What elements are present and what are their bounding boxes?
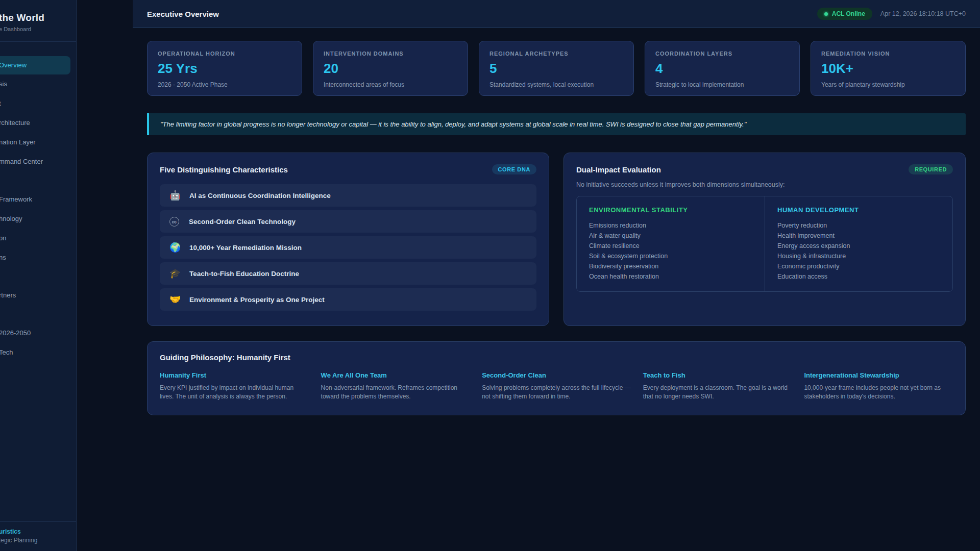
- graduation-cap-icon: 🎓: [169, 268, 180, 279]
- handshake-icon: 🤝: [169, 294, 180, 305]
- mission-quote: "The limiting factor in global progress …: [147, 113, 966, 135]
- list-item: Education access: [777, 271, 940, 282]
- list-item: Energy access expansion: [777, 241, 940, 251]
- stat-sub: Interconnected areas of focus: [324, 81, 457, 88]
- top-header: Executive Overview ACL Online Apr 12, 20…: [133, 0, 980, 28]
- philosophy-column-body: Every KPI justified by impact on individ…: [160, 384, 309, 400]
- stat-card-regional-archetypes: REGIONAL ARCHETYPES 5 Standardized syste…: [479, 41, 634, 96]
- content: OPERATIONAL HORIZON 25 Yrs 2026 - 2050 A…: [133, 28, 980, 428]
- sidebar-item-overview[interactable]: Overview: [0, 56, 70, 74]
- human-column: HUMAN DEVELOPMENT Poverty reduction Heal…: [765, 196, 952, 291]
- sidebar-item-11[interactable]: 2026-2050: [0, 323, 76, 343]
- header-timestamp: Apr 12, 2026 18:10:18 UTC+0: [880, 10, 966, 17]
- sidebar-item-12[interactable]: Tech: [0, 343, 76, 362]
- stat-sub: 2026 - 2050 Active Phase: [158, 81, 291, 88]
- stat-sub: Strategic to local implementation: [655, 81, 789, 88]
- list-item: Emissions reduction: [589, 220, 752, 231]
- stat-value: 5: [489, 61, 623, 77]
- sidebar-footer: uristics tegic Planning: [0, 521, 76, 551]
- page-title: Executive Overview: [147, 10, 219, 18]
- panels-row: Five Distinguishing Characteristics CORE…: [147, 153, 966, 326]
- sidebar-item-2[interactable]: t: [0, 94, 76, 113]
- characteristics-title: Five Distinguishing Characteristics: [160, 165, 288, 174]
- stat-label: REGIONAL ARCHETYPES: [489, 51, 623, 57]
- philosophy-column-stewardship: Intergenerational Stewardship 10,000-yea…: [804, 371, 953, 400]
- app-subtitle: e Dashboard: [0, 26, 76, 32]
- philosophy-column-body: 10,000-year frame includes people not ye…: [804, 384, 953, 400]
- stat-card-remediation-vision: REMEDIATION VISION 10K+ Years of planeta…: [811, 41, 966, 96]
- sidebar-footer-title: uristics: [0, 528, 76, 535]
- app-title: the World: [0, 12, 76, 23]
- list-item: Air & water quality: [589, 231, 752, 241]
- philosophy-column-body: Every deployment is a classroom. The goa…: [643, 384, 792, 400]
- stat-value: 4: [655, 61, 789, 77]
- philosophy-column-one-team: We Are All One Team Non-adversarial fram…: [321, 371, 470, 400]
- sidebar-item-3[interactable]: rchitecture: [0, 113, 76, 133]
- robot-icon: 🤖: [169, 190, 180, 201]
- dual-impact-title: Dual-Impact Evaluation: [576, 165, 661, 174]
- sidebar-divider: [0, 41, 76, 42]
- philosophy-column-title: Teach to Fish: [643, 371, 792, 379]
- infinity-icon: ∞: [169, 217, 179, 227]
- stat-sub: Years of planetary stewardship: [821, 81, 955, 88]
- philosophy-column-title: Intergenerational Stewardship: [804, 371, 953, 379]
- core-dna-badge: CORE DNA: [492, 164, 536, 174]
- dual-impact-panel: Dual-Impact Evaluation REQUIRED No initi…: [564, 153, 966, 326]
- philosophy-column-humanity-first: Humanity First Every KPI justified by im…: [160, 371, 309, 400]
- dual-impact-columns: ENVIRONMENTAL STABILITY Emissions reduct…: [576, 196, 953, 292]
- philosophy-title: Guiding Philosophy: Humanity First: [160, 353, 953, 362]
- characteristic-label: Environment & Prosperity as One Project: [189, 296, 325, 304]
- stat-card-intervention-domains: INTERVENTION DOMAINS 20 Interconnected a…: [313, 41, 468, 96]
- human-column-title: HUMAN DEVELOPMENT: [777, 206, 940, 214]
- stat-sub: Standardized systems, local execution: [489, 81, 623, 88]
- characteristic-label: 10,000+ Year Remediation Mission: [189, 244, 302, 252]
- sidebar-item-10[interactable]: rtners: [0, 286, 76, 305]
- characteristics-list: 🤖 AI as Continuous Coordination Intellig…: [160, 184, 536, 311]
- sidebar-item-4[interactable]: nation Layer: [0, 133, 76, 152]
- philosophy-column-body: Non-adversarial framework. Reframes comp…: [321, 384, 470, 400]
- characteristics-panel: Five Distinguishing Characteristics CORE…: [147, 153, 549, 326]
- sidebar-footer-subtitle: tegic Planning: [0, 537, 76, 544]
- characteristic-label: AI as Continuous Coordination Intelligen…: [189, 192, 331, 199]
- stat-label: OPERATIONAL HORIZON: [158, 51, 291, 57]
- environmental-items: Emissions reduction Air & water quality …: [589, 220, 752, 282]
- list-item: Economic productivity: [777, 261, 940, 271]
- stat-label: INTERVENTION DOMAINS: [324, 51, 457, 57]
- list-item: Health improvement: [777, 231, 940, 241]
- characteristic-label: Second-Order Clean Technology: [189, 218, 296, 226]
- philosophy-column-title: We Are All One Team: [321, 371, 470, 379]
- sidebar-item-6[interactable]: Framework: [0, 190, 76, 209]
- header-right: ACL Online Apr 12, 2026 18:10:18 UTC+0: [817, 8, 966, 20]
- environmental-column: ENVIRONMENTAL STABILITY Emissions reduct…: [577, 196, 765, 291]
- sidebar-item-8[interactable]: on: [0, 229, 76, 248]
- sidebar-nav: Overview sis t rchitecture nation Layer …: [0, 56, 76, 362]
- philosophy-column-title: Second-Order Clean: [482, 371, 631, 379]
- list-item: 🤖 AI as Continuous Coordination Intellig…: [160, 184, 536, 207]
- philosophy-column-teach-to-fish: Teach to Fish Every deployment is a clas…: [643, 371, 792, 400]
- stat-card-coordination-layers: COORDINATION LAYERS 4 Strategic to local…: [645, 41, 800, 96]
- philosophy-column-title: Humanity First: [160, 371, 309, 379]
- human-items: Poverty reduction Health improvement Ene…: [777, 220, 940, 282]
- sidebar-item-9[interactable]: ns: [0, 248, 76, 267]
- list-item: Poverty reduction: [777, 220, 940, 231]
- stat-card-operational-horizon: OPERATIONAL HORIZON 25 Yrs 2026 - 2050 A…: [147, 41, 302, 96]
- sidebar-item-7[interactable]: hnology: [0, 209, 76, 229]
- sidebar-item-5[interactable]: mmand Center: [0, 152, 76, 171]
- philosophy-column-body: Solving problems completely across the f…: [482, 384, 631, 400]
- list-item: Biodiversity preservation: [589, 261, 752, 271]
- sidebar-item-1[interactable]: sis: [0, 74, 76, 94]
- dual-impact-panel-header: Dual-Impact Evaluation REQUIRED: [576, 164, 953, 174]
- status-label: ACL Online: [832, 10, 865, 17]
- list-item: Ocean health restoration: [589, 271, 752, 282]
- philosophy-column-second-order: Second-Order Clean Solving problems comp…: [482, 371, 631, 400]
- stat-value: 10K+: [821, 61, 955, 77]
- sidebar: the World e Dashboard Overview sis t rch…: [0, 0, 77, 551]
- stat-value: 25 Yrs: [158, 61, 291, 77]
- list-item: Climate resilience: [589, 241, 752, 251]
- list-item: 🌍 10,000+ Year Remediation Mission: [160, 236, 536, 259]
- globe-icon: 🌍: [169, 242, 180, 253]
- stat-value: 20: [324, 61, 457, 77]
- environmental-column-title: ENVIRONMENTAL STABILITY: [589, 206, 752, 214]
- list-item: 🎓 Teach-to-Fish Education Doctrine: [160, 262, 536, 285]
- stat-label: COORDINATION LAYERS: [655, 51, 789, 57]
